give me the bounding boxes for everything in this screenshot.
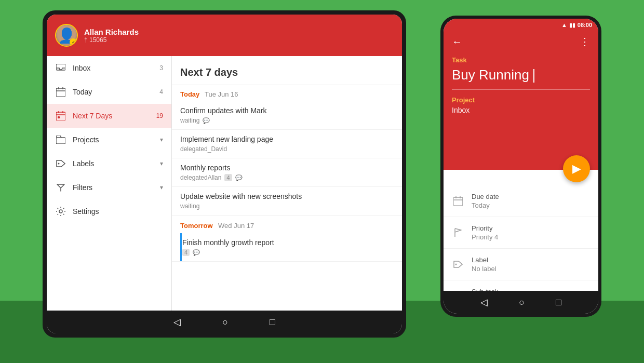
labels-chevron[interactable]: ▾ (160, 160, 163, 167)
next7days-icon (55, 110, 66, 122)
sidebar-label-labels: Labels (73, 159, 158, 168)
phone-square-nav[interactable]: □ (556, 297, 561, 308)
sidebar-label-today: Today (73, 88, 159, 96)
main-task-list: Next 7 days Today Tue Jun 16 Confirm upd… (171, 56, 402, 311)
label-icon (452, 258, 464, 271)
battery-icon: ▮▮ (569, 22, 575, 29)
today-icon (55, 86, 66, 98)
task-title: Update website with new screenshots (180, 192, 394, 200)
label-value: No label (472, 265, 590, 273)
phone-device: ▲ ▮▮ 08:00 ← ⋮ Task Buy Running Project … (440, 16, 601, 317)
project-value: Inbox (452, 106, 590, 114)
phone-task-details: Due date Today Priority Priority 4 (444, 170, 598, 291)
fab-submit-button[interactable]: ▶ (563, 155, 590, 182)
task-item[interactable]: Implement new landing page delegated_Dav… (172, 130, 402, 158)
task-title-large: Buy Running (452, 67, 590, 90)
label-row[interactable]: Label No label (444, 249, 598, 280)
priority-content: Priority Priority 4 (472, 224, 590, 241)
settings-icon (55, 206, 66, 217)
task-meta-text: delegated_David (180, 145, 227, 153)
svg-rect-0 (56, 64, 65, 70)
task-meta-text: delegatedAllan (180, 174, 221, 181)
back-button[interactable]: ◁ (173, 316, 181, 328)
task-meta-text: waiting (180, 117, 199, 124)
comment-icon: 💬 (235, 174, 243, 181)
priority-row[interactable]: Priority Priority 4 (444, 217, 598, 249)
sidebar-count-today: 4 (159, 88, 163, 96)
sidebar-item-settings[interactable]: Settings (47, 199, 171, 223)
sidebar-count-inbox: 3 (159, 64, 163, 72)
tomorrow-section-header: Tomorrow Wed Jun 17 (172, 216, 402, 233)
signal-icon: ▲ (561, 22, 567, 28)
task-item[interactable]: Finish monthly growth report 4 💬 (172, 233, 402, 262)
status-icons: ▲ ▮▮ 08:00 (561, 22, 592, 29)
label-title: Label (472, 256, 590, 264)
sidebar-item-labels[interactable]: Labels ▾ (47, 152, 171, 176)
sidebar-item-next7days[interactable]: Next 7 Days 19 (47, 104, 171, 128)
svg-rect-10 (56, 138, 65, 144)
label-content: Label No label (472, 256, 590, 273)
flag-icon (452, 226, 464, 239)
task-meta: waiting 💬 (180, 117, 394, 124)
projects-chevron[interactable]: ▾ (160, 136, 163, 143)
comment-icon: 💬 (193, 249, 200, 256)
sidebar-label-projects: Projects (73, 136, 158, 144)
phone-task-detail-header: Task Buy Running Project Inbox ▶ (444, 56, 598, 170)
tablet-nav-bar: ◁ ○ □ (47, 311, 402, 333)
task-item[interactable]: Confirm updates with Mark waiting 💬 (172, 101, 402, 130)
tablet-screen: ✓ Allan Richards † 15065 Inbox 3 (47, 15, 402, 333)
task-title: Implement new landing page (180, 135, 394, 143)
sidebar-item-projects[interactable]: Projects ▾ (47, 128, 171, 152)
due-date-title: Due date (472, 193, 590, 200)
home-button[interactable]: ○ (222, 317, 228, 328)
filters-icon (55, 182, 66, 193)
text-cursor (533, 69, 534, 83)
svg-point-12 (59, 210, 62, 213)
phone-back-button[interactable]: ← (452, 36, 462, 48)
user-info: Allan Richards † 15065 (84, 28, 139, 44)
task-bar (180, 233, 182, 261)
main-title: Next 7 days (172, 56, 402, 85)
square-button[interactable]: □ (270, 317, 275, 328)
svg-point-17 (455, 264, 457, 265)
svg-rect-1 (56, 88, 65, 97)
phone-screen: ▲ ▮▮ 08:00 ← ⋮ Task Buy Running Project … (444, 19, 598, 314)
today-section-header: Today Tue Jun 16 (172, 85, 402, 101)
subtask-row[interactable]: Sub-task No level (444, 280, 598, 291)
sidebar-label-inbox: Inbox (73, 64, 159, 72)
phone-nav-bar: ◁ ○ □ (444, 291, 598, 314)
task-meta: delegated_David (180, 145, 394, 153)
time-display: 08:00 (578, 22, 592, 28)
user-name: Allan Richards (84, 28, 139, 36)
tablet-header: ✓ Allan Richards † 15065 (47, 15, 402, 56)
tablet-content: Inbox 3 Today 4 Next 7 Days (47, 56, 402, 311)
phone-more-button[interactable]: ⋮ (580, 35, 590, 48)
today-date: Tue Jun 16 (205, 90, 238, 98)
projects-icon (55, 134, 66, 145)
sidebar-label-filters: Filters (73, 183, 158, 192)
due-date-value: Today (472, 201, 590, 209)
inbox-icon (55, 62, 66, 74)
sidebar-item-filters[interactable]: Filters ▾ (47, 176, 171, 199)
task-meta: delegatedAllan 4 💬 (180, 174, 394, 181)
task-title: Monthly reports (180, 164, 394, 172)
svg-rect-13 (453, 197, 463, 206)
task-section-label: Task (452, 56, 590, 64)
sidebar-count-next7days: 19 (156, 112, 163, 119)
calendar-icon (452, 195, 464, 207)
sidebar-item-inbox[interactable]: Inbox 3 (47, 56, 171, 80)
tomorrow-label: Tomorrow (180, 222, 213, 230)
phone-home-nav[interactable]: ○ (519, 297, 525, 308)
task-item[interactable]: Update website with new screenshots wait… (172, 187, 402, 216)
phone-back-nav[interactable]: ◁ (480, 297, 488, 308)
user-karma: † 15065 (84, 36, 139, 44)
due-date-row[interactable]: Due date Today (444, 185, 598, 217)
priority-value: Priority 4 (472, 233, 590, 241)
karma-badge: ✓ (70, 38, 77, 46)
sidebar-item-today[interactable]: Today 4 (47, 80, 171, 104)
phone-status-bar: ▲ ▮▮ 08:00 (444, 19, 598, 31)
filters-chevron[interactable]: ▾ (160, 184, 163, 191)
svg-rect-5 (56, 112, 65, 120)
task-item[interactable]: Monthly reports delegatedAllan 4 💬 (172, 158, 402, 187)
fab-icon: ▶ (572, 162, 581, 176)
